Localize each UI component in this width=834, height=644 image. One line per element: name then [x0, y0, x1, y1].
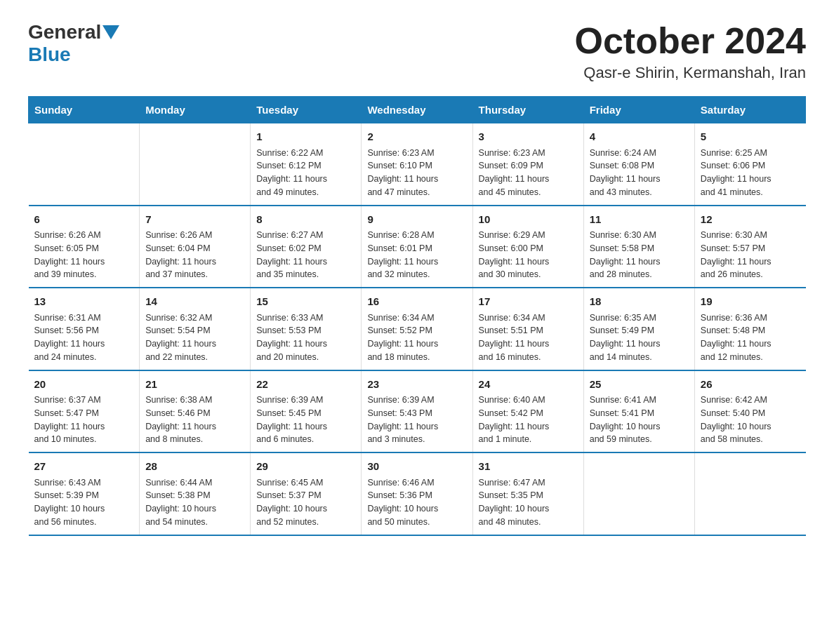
day-info: Sunrise: 6:46 AM Sunset: 5:36 PM Dayligh… — [367, 476, 466, 529]
day-number: 15 — [256, 294, 355, 310]
calendar-cell: 27Sunrise: 6:43 AM Sunset: 5:39 PM Dayli… — [29, 452, 140, 535]
day-info: Sunrise: 6:32 AM Sunset: 5:54 PM Dayligh… — [145, 311, 244, 364]
calendar-cell: 1Sunrise: 6:22 AM Sunset: 6:12 PM Daylig… — [251, 123, 362, 206]
day-info: Sunrise: 6:29 AM Sunset: 6:00 PM Dayligh… — [479, 229, 578, 281]
day-number: 28 — [145, 459, 244, 475]
calendar-cell: 25Sunrise: 6:41 AM Sunset: 5:41 PM Dayli… — [583, 370, 694, 453]
day-number: 8 — [256, 212, 355, 228]
day-info: Sunrise: 6:34 AM Sunset: 5:51 PM Dayligh… — [479, 311, 578, 364]
calendar-week-row: 1Sunrise: 6:22 AM Sunset: 6:12 PM Daylig… — [29, 123, 806, 206]
day-info: Sunrise: 6:24 AM Sunset: 6:08 PM Dayligh… — [590, 147, 689, 199]
calendar-week-row: 27Sunrise: 6:43 AM Sunset: 5:39 PM Dayli… — [29, 452, 806, 535]
day-info: Sunrise: 6:35 AM Sunset: 5:49 PM Dayligh… — [590, 311, 689, 364]
logo: General Blue — [28, 21, 121, 66]
day-info: Sunrise: 6:31 AM Sunset: 5:56 PM Dayligh… — [34, 311, 134, 364]
calendar-cell: 11Sunrise: 6:30 AM Sunset: 5:58 PM Dayli… — [583, 206, 694, 288]
logo-general-text: General — [28, 21, 101, 43]
day-number: 14 — [145, 294, 244, 310]
calendar-cell: 12Sunrise: 6:30 AM Sunset: 5:57 PM Dayli… — [694, 206, 805, 288]
calendar-cell: 7Sunrise: 6:26 AM Sunset: 6:04 PM Daylig… — [140, 206, 251, 288]
day-info: Sunrise: 6:36 AM Sunset: 5:48 PM Dayligh… — [701, 311, 800, 364]
calendar-cell — [694, 452, 805, 535]
calendar-cell: 23Sunrise: 6:39 AM Sunset: 5:43 PM Dayli… — [362, 370, 472, 453]
calendar-cell: 2Sunrise: 6:23 AM Sunset: 6:10 PM Daylig… — [362, 123, 472, 206]
logo-blue-text: Blue — [28, 43, 71, 65]
day-info: Sunrise: 6:26 AM Sunset: 6:04 PM Dayligh… — [145, 229, 244, 281]
day-info: Sunrise: 6:28 AM Sunset: 6:01 PM Dayligh… — [367, 229, 466, 281]
calendar-header-sunday: Sunday — [29, 97, 140, 123]
day-info: Sunrise: 6:44 AM Sunset: 5:38 PM Dayligh… — [145, 476, 244, 529]
day-number: 27 — [34, 459, 134, 475]
calendar-cell: 5Sunrise: 6:25 AM Sunset: 6:06 PM Daylig… — [694, 123, 805, 206]
day-info: Sunrise: 6:42 AM Sunset: 5:40 PM Dayligh… — [701, 394, 800, 446]
calendar-header-tuesday: Tuesday — [251, 97, 362, 123]
calendar-cell: 18Sunrise: 6:35 AM Sunset: 5:49 PM Dayli… — [583, 288, 694, 370]
day-number: 1 — [256, 129, 355, 145]
day-number: 2 — [367, 129, 466, 145]
day-number: 17 — [479, 294, 578, 310]
calendar-cell: 21Sunrise: 6:38 AM Sunset: 5:46 PM Dayli… — [140, 370, 251, 453]
calendar-header-wednesday: Wednesday — [362, 97, 472, 123]
calendar-cell: 4Sunrise: 6:24 AM Sunset: 6:08 PM Daylig… — [583, 123, 694, 206]
day-number: 26 — [701, 377, 800, 393]
calendar-cell: 17Sunrise: 6:34 AM Sunset: 5:51 PM Dayli… — [472, 288, 583, 370]
day-info: Sunrise: 6:37 AM Sunset: 5:47 PM Dayligh… — [34, 394, 134, 446]
page-header: General Blue October 2024 Qasr-e Shirin,… — [28, 21, 806, 82]
day-info: Sunrise: 6:22 AM Sunset: 6:12 PM Dayligh… — [256, 147, 355, 199]
day-number: 13 — [34, 294, 134, 310]
calendar-cell: 16Sunrise: 6:34 AM Sunset: 5:52 PM Dayli… — [362, 288, 472, 370]
calendar-header-friday: Friday — [583, 97, 694, 123]
day-number: 19 — [701, 294, 800, 310]
calendar-cell: 10Sunrise: 6:29 AM Sunset: 6:00 PM Dayli… — [472, 206, 583, 288]
calendar-cell: 22Sunrise: 6:39 AM Sunset: 5:45 PM Dayli… — [251, 370, 362, 453]
day-number: 25 — [590, 377, 689, 393]
day-number: 23 — [367, 377, 466, 393]
day-number: 22 — [256, 377, 355, 393]
calendar-cell: 31Sunrise: 6:47 AM Sunset: 5:35 PM Dayli… — [472, 452, 583, 535]
day-info: Sunrise: 6:25 AM Sunset: 6:06 PM Dayligh… — [701, 147, 800, 199]
calendar-table: SundayMondayTuesdayWednesdayThursdayFrid… — [28, 96, 806, 536]
day-number: 6 — [34, 212, 134, 228]
day-number: 7 — [145, 212, 244, 228]
calendar-cell: 24Sunrise: 6:40 AM Sunset: 5:42 PM Dayli… — [472, 370, 583, 453]
day-info: Sunrise: 6:38 AM Sunset: 5:46 PM Dayligh… — [145, 394, 244, 446]
day-info: Sunrise: 6:30 AM Sunset: 5:57 PM Dayligh… — [701, 229, 800, 281]
page-subtitle: Qasr-e Shirin, Kermanshah, Iran — [575, 64, 807, 82]
day-number: 30 — [367, 459, 466, 475]
day-number: 24 — [479, 377, 578, 393]
day-info: Sunrise: 6:40 AM Sunset: 5:42 PM Dayligh… — [479, 394, 578, 446]
calendar-header-monday: Monday — [140, 97, 251, 123]
calendar-header-thursday: Thursday — [472, 97, 583, 123]
day-info: Sunrise: 6:26 AM Sunset: 6:05 PM Dayligh… — [34, 229, 134, 281]
day-info: Sunrise: 6:43 AM Sunset: 5:39 PM Dayligh… — [34, 476, 134, 529]
calendar-cell: 13Sunrise: 6:31 AM Sunset: 5:56 PM Dayli… — [29, 288, 140, 370]
calendar-week-row: 13Sunrise: 6:31 AM Sunset: 5:56 PM Dayli… — [29, 288, 806, 370]
day-info: Sunrise: 6:27 AM Sunset: 6:02 PM Dayligh… — [256, 229, 355, 281]
calendar-cell — [140, 123, 251, 206]
calendar-header-row: SundayMondayTuesdayWednesdayThursdayFrid… — [29, 97, 806, 123]
calendar-cell: 8Sunrise: 6:27 AM Sunset: 6:02 PM Daylig… — [251, 206, 362, 288]
calendar-cell: 3Sunrise: 6:23 AM Sunset: 6:09 PM Daylig… — [472, 123, 583, 206]
day-info: Sunrise: 6:41 AM Sunset: 5:41 PM Dayligh… — [590, 394, 689, 446]
day-info: Sunrise: 6:39 AM Sunset: 5:45 PM Dayligh… — [256, 394, 355, 446]
day-number: 9 — [367, 212, 466, 228]
calendar-cell: 26Sunrise: 6:42 AM Sunset: 5:40 PM Dayli… — [694, 370, 805, 453]
day-info: Sunrise: 6:33 AM Sunset: 5:53 PM Dayligh… — [256, 311, 355, 364]
calendar-cell — [29, 123, 140, 206]
day-number: 21 — [145, 377, 244, 393]
day-number: 12 — [701, 212, 800, 228]
day-number: 11 — [590, 212, 689, 228]
calendar-cell: 19Sunrise: 6:36 AM Sunset: 5:48 PM Dayli… — [694, 288, 805, 370]
calendar-week-row: 20Sunrise: 6:37 AM Sunset: 5:47 PM Dayli… — [29, 370, 806, 453]
day-info: Sunrise: 6:23 AM Sunset: 6:10 PM Dayligh… — [367, 147, 466, 199]
calendar-cell: 20Sunrise: 6:37 AM Sunset: 5:47 PM Dayli… — [29, 370, 140, 453]
calendar-cell: 9Sunrise: 6:28 AM Sunset: 6:01 PM Daylig… — [362, 206, 472, 288]
calendar-header-saturday: Saturday — [694, 97, 805, 123]
calendar-cell: 15Sunrise: 6:33 AM Sunset: 5:53 PM Dayli… — [251, 288, 362, 370]
day-number: 18 — [590, 294, 689, 310]
day-number: 5 — [701, 129, 800, 145]
calendar-cell: 29Sunrise: 6:45 AM Sunset: 5:37 PM Dayli… — [251, 452, 362, 535]
day-number: 3 — [479, 129, 578, 145]
day-info: Sunrise: 6:34 AM Sunset: 5:52 PM Dayligh… — [367, 311, 466, 364]
title-block: October 2024 Qasr-e Shirin, Kermanshah, … — [575, 21, 807, 82]
